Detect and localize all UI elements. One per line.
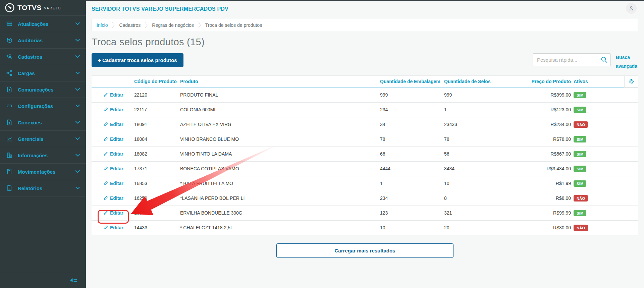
status-badge: SIM [574,180,586,187]
sidebar-item-relatorios[interactable]: Relatórios [0,180,86,196]
table-settings-cell [624,76,638,88]
product-code: 16259 [134,195,180,201]
sidebar-item-label: Auditorias [18,38,43,43]
product-name: VINHO TINTO LA DAMA [180,151,380,157]
header-produto: Produto [180,76,380,88]
seals-qty: 1 [444,107,497,112]
pencil-icon [104,211,108,215]
totvs-logo-icon [5,3,15,13]
pencil-icon [104,225,108,230]
sidebar-item-configuracoes[interactable]: Configurações [0,98,86,114]
load-more-button[interactable]: Carregar mais resultados [276,243,453,258]
status-badge: SIM [574,166,586,172]
product-name: *LASANHA PERD BOL PER LI [180,195,380,201]
product-price: R$234.00 [497,122,574,127]
seals-qty: 10 [444,181,497,186]
status-badge: NÃO [574,225,588,231]
product-name: PRODUTO FINAL [180,92,380,98]
edit-button[interactable]: Editar [104,151,123,157]
product-price: R$567.00 [497,151,574,157]
packaging-qty: 1 [380,181,444,186]
edit-button[interactable]: Editar [104,136,123,142]
edit-button[interactable]: Editar [104,92,123,98]
seals-qty: 8 [444,195,497,201]
edit-button[interactable]: Editar [104,195,123,201]
search-input[interactable] [533,53,611,66]
gear-icon[interactable] [629,78,634,84]
table-row-highlighted: Editar 15699 ERVILHA BONDUELLE 300G 123 … [92,206,638,221]
product-name: AZEITE OLIVA EX VIRG [180,122,380,127]
sidebar-item-cadastros[interactable]: Cadastros [0,49,86,65]
add-troca-selos-button[interactable]: + Cadastrar troca selos produtos [92,53,183,67]
edit-button[interactable]: Editar [104,122,123,127]
product-code: 18084 [134,136,180,142]
edit-button[interactable]: Editar [104,225,123,230]
breadcrumb-cadastros[interactable]: Cadastros [119,22,141,28]
header-codigo: Código do Produto [134,76,180,88]
pencil-icon [104,181,108,185]
product-price: R$99.99 [497,210,574,216]
pencil-icon [104,107,108,112]
sidebar-item-gerenciais[interactable]: Gerenciais [0,131,86,147]
sidebar-item-conexoes[interactable]: Conexões [0,114,86,131]
sidebar-item-atualizacoes[interactable]: Atualizações [0,16,86,32]
header-edit-column [92,76,134,88]
sidebar-item-label: Atualizações [18,21,49,27]
report-icon [6,185,13,191]
sidebar-item-label: Informações [18,153,48,158]
sidebar-item-label: Movimentações [18,169,56,175]
chevron-down-icon [75,55,80,58]
user-avatar-button[interactable] [626,3,637,14]
packaging-qty: 4444 [380,166,444,171]
breadcrumb-separator-icon [112,22,115,28]
advanced-search-link[interactable]: Busca avançada [616,53,638,71]
totvs-logo[interactable]: TOTVS VAREJO [0,0,86,16]
status-badge: NÃO [574,121,588,128]
sidebar-item-movimentacoes[interactable]: Movimentações [0,164,86,180]
product-name: ERVILHA BONDUELLE 300G [180,210,380,216]
breadcrumb-inicio[interactable]: Início [97,22,108,28]
product-code: 22120 [134,92,180,98]
chevron-down-icon [75,154,80,157]
chevron-down-icon [75,187,80,189]
sidebar-item-label: Comunicações [18,87,54,93]
table-row: Editar 22120 PRODUTO FINAL 999 999 R$999… [92,88,638,103]
packaging-qty: 999 [380,92,444,98]
sidebar-item-cargas[interactable]: Cargas [0,65,86,81]
packaging-qty: 234 [380,107,444,112]
product-price: R$999.00 [497,92,574,98]
seals-qty: 999 [444,92,497,98]
sidebar-item-comunicacoes[interactable]: Comunicações [0,81,86,98]
table-row: Editar 17371 BONECA COTIPLAS VAMO 4444 3… [92,162,638,176]
edit-button[interactable]: Editar [104,166,123,171]
sidebar: TOTVS VAREJO Atualizações Auditorias Cad… [0,0,86,288]
seals-qty: 20 [444,225,497,230]
sidebar-item-auditorias[interactable]: Auditorias [0,32,86,49]
collapse-sidebar-icon[interactable] [69,278,78,283]
product-code: 17371 [134,166,180,171]
upload-file-icon [6,86,13,93]
edit-button[interactable]: Editar [104,107,123,112]
product-name: * CHALEI GZT 1418 2,5L [180,225,380,230]
chart-icon [6,135,13,142]
product-price: R$123.00 [497,107,574,112]
server-icon [6,20,13,27]
edit-button[interactable]: Editar [104,181,123,186]
edit-button-highlighted[interactable]: Editar [104,210,123,216]
pencil-icon [104,152,108,156]
sidebar-item-label: Cadastros [18,54,42,60]
sidebar-item-informacoes[interactable]: Informações [0,147,86,164]
search-icon[interactable] [601,56,608,64]
product-name: COLONIA 600ML [180,107,380,112]
breadcrumb-regras-de-negocios[interactable]: Regras de negócios [152,22,194,28]
seals-qty: 78 [444,136,497,142]
packaging-qty: 234 [380,195,444,201]
seals-qty: 3434 [444,166,497,171]
breadcrumb-troca-de-selos: Troca de selos de produtos [205,22,262,28]
chevron-down-icon [75,170,80,173]
share-nodes-icon [6,70,13,76]
sidebar-item-label: Configurações [18,103,53,109]
sidebar-item-label: Cargas [18,70,35,76]
chevron-down-icon [75,137,80,140]
app-header: SERVIDOR TOTVS VAREJO SUPERMERCADOS PDV [86,1,644,18]
